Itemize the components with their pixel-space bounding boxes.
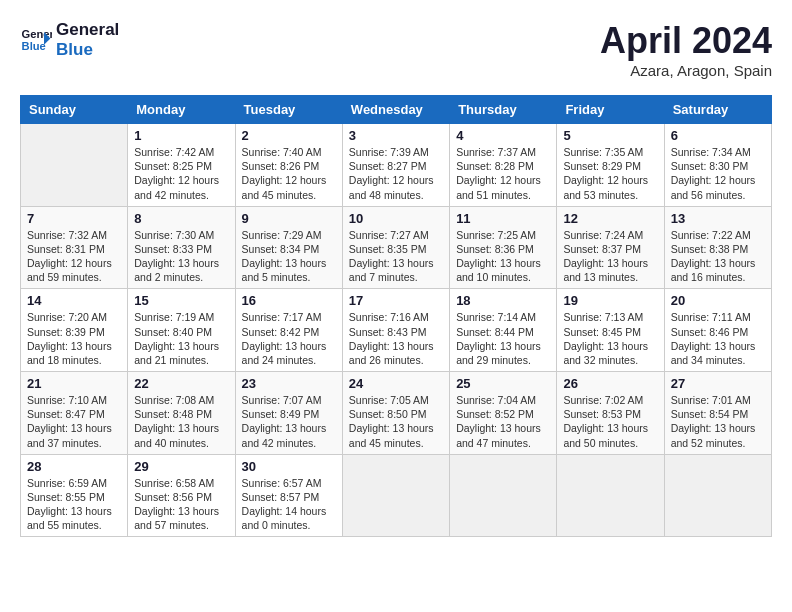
day-info: Sunrise: 7:34 AM Sunset: 8:30 PM Dayligh…: [671, 145, 765, 202]
calendar-cell: 3Sunrise: 7:39 AM Sunset: 8:27 PM Daylig…: [342, 124, 449, 207]
week-row-5: 28Sunrise: 6:59 AM Sunset: 8:55 PM Dayli…: [21, 454, 772, 537]
week-row-4: 21Sunrise: 7:10 AM Sunset: 8:47 PM Dayli…: [21, 372, 772, 455]
calendar-cell: 7Sunrise: 7:32 AM Sunset: 8:31 PM Daylig…: [21, 206, 128, 289]
calendar-cell: 18Sunrise: 7:14 AM Sunset: 8:44 PM Dayli…: [450, 289, 557, 372]
calendar-cell: 21Sunrise: 7:10 AM Sunset: 8:47 PM Dayli…: [21, 372, 128, 455]
calendar-cell: 20Sunrise: 7:11 AM Sunset: 8:46 PM Dayli…: [664, 289, 771, 372]
calendar-cell: 22Sunrise: 7:08 AM Sunset: 8:48 PM Dayli…: [128, 372, 235, 455]
day-number: 22: [134, 376, 228, 391]
month-title: April 2024: [600, 20, 772, 62]
day-number: 6: [671, 128, 765, 143]
day-number: 5: [563, 128, 657, 143]
day-info: Sunrise: 7:35 AM Sunset: 8:29 PM Dayligh…: [563, 145, 657, 202]
day-info: Sunrise: 7:17 AM Sunset: 8:42 PM Dayligh…: [242, 310, 336, 367]
day-header-saturday: Saturday: [664, 96, 771, 124]
day-number: 20: [671, 293, 765, 308]
calendar-cell: [664, 454, 771, 537]
day-info: Sunrise: 7:42 AM Sunset: 8:25 PM Dayligh…: [134, 145, 228, 202]
calendar-cell: 2Sunrise: 7:40 AM Sunset: 8:26 PM Daylig…: [235, 124, 342, 207]
calendar-cell: 6Sunrise: 7:34 AM Sunset: 8:30 PM Daylig…: [664, 124, 771, 207]
calendar-cell: 9Sunrise: 7:29 AM Sunset: 8:34 PM Daylig…: [235, 206, 342, 289]
calendar-cell: 15Sunrise: 7:19 AM Sunset: 8:40 PM Dayli…: [128, 289, 235, 372]
day-number: 1: [134, 128, 228, 143]
calendar-cell: [342, 454, 449, 537]
day-number: 9: [242, 211, 336, 226]
day-info: Sunrise: 7:05 AM Sunset: 8:50 PM Dayligh…: [349, 393, 443, 450]
day-number: 11: [456, 211, 550, 226]
day-info: Sunrise: 7:20 AM Sunset: 8:39 PM Dayligh…: [27, 310, 121, 367]
day-info: Sunrise: 7:13 AM Sunset: 8:45 PM Dayligh…: [563, 310, 657, 367]
day-number: 18: [456, 293, 550, 308]
calendar-cell: 13Sunrise: 7:22 AM Sunset: 8:38 PM Dayli…: [664, 206, 771, 289]
day-header-monday: Monday: [128, 96, 235, 124]
day-header-wednesday: Wednesday: [342, 96, 449, 124]
calendar-cell: 14Sunrise: 7:20 AM Sunset: 8:39 PM Dayli…: [21, 289, 128, 372]
calendar-cell: 25Sunrise: 7:04 AM Sunset: 8:52 PM Dayli…: [450, 372, 557, 455]
day-info: Sunrise: 7:40 AM Sunset: 8:26 PM Dayligh…: [242, 145, 336, 202]
day-number: 10: [349, 211, 443, 226]
day-info: Sunrise: 6:57 AM Sunset: 8:57 PM Dayligh…: [242, 476, 336, 533]
day-info: Sunrise: 7:02 AM Sunset: 8:53 PM Dayligh…: [563, 393, 657, 450]
calendar-cell: 5Sunrise: 7:35 AM Sunset: 8:29 PM Daylig…: [557, 124, 664, 207]
calendar-cell: 29Sunrise: 6:58 AM Sunset: 8:56 PM Dayli…: [128, 454, 235, 537]
day-info: Sunrise: 7:37 AM Sunset: 8:28 PM Dayligh…: [456, 145, 550, 202]
day-number: 2: [242, 128, 336, 143]
day-info: Sunrise: 7:10 AM Sunset: 8:47 PM Dayligh…: [27, 393, 121, 450]
calendar-cell: 1Sunrise: 7:42 AM Sunset: 8:25 PM Daylig…: [128, 124, 235, 207]
calendar-cell: 23Sunrise: 7:07 AM Sunset: 8:49 PM Dayli…: [235, 372, 342, 455]
calendar-cell: 8Sunrise: 7:30 AM Sunset: 8:33 PM Daylig…: [128, 206, 235, 289]
day-header-sunday: Sunday: [21, 96, 128, 124]
day-number: 17: [349, 293, 443, 308]
day-info: Sunrise: 7:19 AM Sunset: 8:40 PM Dayligh…: [134, 310, 228, 367]
day-info: Sunrise: 6:59 AM Sunset: 8:55 PM Dayligh…: [27, 476, 121, 533]
day-number: 14: [27, 293, 121, 308]
day-info: Sunrise: 7:16 AM Sunset: 8:43 PM Dayligh…: [349, 310, 443, 367]
day-info: Sunrise: 7:29 AM Sunset: 8:34 PM Dayligh…: [242, 228, 336, 285]
calendar-cell: 4Sunrise: 7:37 AM Sunset: 8:28 PM Daylig…: [450, 124, 557, 207]
calendar-cell: 12Sunrise: 7:24 AM Sunset: 8:37 PM Dayli…: [557, 206, 664, 289]
day-info: Sunrise: 7:08 AM Sunset: 8:48 PM Dayligh…: [134, 393, 228, 450]
calendar-cell: 11Sunrise: 7:25 AM Sunset: 8:36 PM Dayli…: [450, 206, 557, 289]
calendar-cell: 17Sunrise: 7:16 AM Sunset: 8:43 PM Dayli…: [342, 289, 449, 372]
day-number: 29: [134, 459, 228, 474]
logo-text-blue: Blue: [56, 40, 119, 60]
day-number: 23: [242, 376, 336, 391]
logo-text-general: General: [56, 20, 119, 40]
day-header-thursday: Thursday: [450, 96, 557, 124]
calendar-cell: 27Sunrise: 7:01 AM Sunset: 8:54 PM Dayli…: [664, 372, 771, 455]
day-info: Sunrise: 7:22 AM Sunset: 8:38 PM Dayligh…: [671, 228, 765, 285]
day-number: 30: [242, 459, 336, 474]
day-number: 8: [134, 211, 228, 226]
day-info: Sunrise: 7:39 AM Sunset: 8:27 PM Dayligh…: [349, 145, 443, 202]
day-info: Sunrise: 7:14 AM Sunset: 8:44 PM Dayligh…: [456, 310, 550, 367]
day-header-friday: Friday: [557, 96, 664, 124]
calendar-cell: 16Sunrise: 7:17 AM Sunset: 8:42 PM Dayli…: [235, 289, 342, 372]
day-number: 4: [456, 128, 550, 143]
day-info: Sunrise: 6:58 AM Sunset: 8:56 PM Dayligh…: [134, 476, 228, 533]
calendar-cell: 26Sunrise: 7:02 AM Sunset: 8:53 PM Dayli…: [557, 372, 664, 455]
calendar-cell: 28Sunrise: 6:59 AM Sunset: 8:55 PM Dayli…: [21, 454, 128, 537]
day-info: Sunrise: 7:30 AM Sunset: 8:33 PM Dayligh…: [134, 228, 228, 285]
day-header-tuesday: Tuesday: [235, 96, 342, 124]
week-row-2: 7Sunrise: 7:32 AM Sunset: 8:31 PM Daylig…: [21, 206, 772, 289]
day-number: 15: [134, 293, 228, 308]
week-row-1: 1Sunrise: 7:42 AM Sunset: 8:25 PM Daylig…: [21, 124, 772, 207]
day-info: Sunrise: 7:04 AM Sunset: 8:52 PM Dayligh…: [456, 393, 550, 450]
calendar-table: SundayMondayTuesdayWednesdayThursdayFrid…: [20, 95, 772, 537]
day-number: 24: [349, 376, 443, 391]
day-number: 27: [671, 376, 765, 391]
svg-text:Blue: Blue: [22, 39, 46, 51]
day-info: Sunrise: 7:27 AM Sunset: 8:35 PM Dayligh…: [349, 228, 443, 285]
day-number: 12: [563, 211, 657, 226]
title-block: April 2024 Azara, Aragon, Spain: [600, 20, 772, 79]
day-number: 28: [27, 459, 121, 474]
calendar-cell: 30Sunrise: 6:57 AM Sunset: 8:57 PM Dayli…: [235, 454, 342, 537]
day-info: Sunrise: 7:32 AM Sunset: 8:31 PM Dayligh…: [27, 228, 121, 285]
logo-icon: General Blue: [20, 24, 52, 56]
calendar-cell: 19Sunrise: 7:13 AM Sunset: 8:45 PM Dayli…: [557, 289, 664, 372]
calendar-cell: 10Sunrise: 7:27 AM Sunset: 8:35 PM Dayli…: [342, 206, 449, 289]
day-number: 16: [242, 293, 336, 308]
day-info: Sunrise: 7:07 AM Sunset: 8:49 PM Dayligh…: [242, 393, 336, 450]
logo: General Blue General Blue: [20, 20, 119, 59]
calendar-cell: 24Sunrise: 7:05 AM Sunset: 8:50 PM Dayli…: [342, 372, 449, 455]
